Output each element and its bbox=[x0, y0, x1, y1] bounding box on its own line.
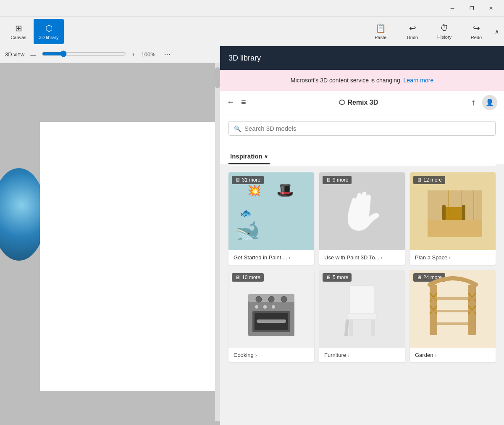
thumb-6: 🖥 24 more bbox=[410, 270, 496, 348]
label-4: Cooking › bbox=[228, 348, 314, 362]
label-5: Furniture › bbox=[319, 348, 405, 362]
svg-rect-36 bbox=[430, 322, 476, 325]
zoom-level: 100% bbox=[141, 51, 158, 58]
banner-link[interactable]: Learn more bbox=[404, 77, 434, 84]
hand-emoji: ✋ bbox=[335, 185, 389, 237]
svg-rect-34 bbox=[430, 297, 476, 300]
tab-3d-library[interactable]: ⬡ 3D library bbox=[34, 19, 64, 44]
search-icon: 🔍 bbox=[234, 125, 241, 132]
zoom-out-button[interactable]: — bbox=[28, 50, 39, 59]
grid-item-5[interactable]: 🖥 5 more bbox=[319, 270, 405, 362]
thumb-5: 🖥 5 more bbox=[319, 270, 405, 348]
thumb-1: 🖥 31 more 💥 🎩 🐟 🐋 bbox=[228, 172, 314, 250]
canvas-white-area bbox=[40, 122, 216, 391]
search-container: 🔍 bbox=[220, 114, 504, 143]
canvas-more-button[interactable]: ··· bbox=[161, 49, 173, 60]
redo-button[interactable]: ↪ Redo bbox=[461, 19, 491, 44]
whale-emoji: 🐋 bbox=[235, 219, 260, 243]
library-label: 3D library bbox=[39, 35, 58, 40]
canvas-label: Canvas bbox=[10, 35, 26, 40]
svg-rect-21 bbox=[349, 319, 353, 336]
grid-item-6[interactable]: 🖥 24 more bbox=[410, 270, 496, 362]
canvas-view-label: 3D view bbox=[5, 51, 24, 58]
chevron-right-6: › bbox=[435, 353, 436, 358]
chevron-right-5: › bbox=[348, 353, 349, 358]
upload-button[interactable]: ↑ bbox=[471, 98, 475, 107]
library-icon: ⬡ bbox=[45, 23, 52, 33]
trellis-svg bbox=[425, 276, 480, 341]
paste-button[interactable]: 📋 Paste bbox=[365, 19, 396, 44]
label-1: Get Started in Paint ... › bbox=[228, 250, 314, 265]
svg-rect-23 bbox=[344, 319, 349, 336]
grid-item-2[interactable]: 🖥 9 more ✋ Use with Paint 3D To... › bbox=[319, 172, 405, 265]
chevron-right-1: › bbox=[289, 255, 291, 260]
chair-svg bbox=[337, 277, 387, 341]
svg-rect-0 bbox=[428, 220, 482, 237]
stove-model bbox=[228, 270, 314, 348]
user-avatar[interactable]: 👤 bbox=[482, 95, 497, 110]
canvas-scrollbar-thumb bbox=[215, 67, 220, 88]
search-input[interactable] bbox=[244, 125, 490, 132]
thumb-2: 🖥 9 more ✋ bbox=[319, 172, 405, 250]
inspiration-tabs: Inspiration ∨ bbox=[220, 143, 504, 164]
panel-banner: Microsoft's 3D content service is changi… bbox=[220, 70, 504, 91]
svg-point-17 bbox=[272, 305, 275, 309]
svg-point-13 bbox=[268, 296, 274, 302]
svg-rect-3 bbox=[442, 205, 446, 220]
zoom-in-button[interactable]: + bbox=[129, 50, 138, 59]
redo-icon: ↪ bbox=[473, 23, 480, 33]
chevron-right-2: › bbox=[381, 255, 383, 260]
stove-svg bbox=[242, 277, 301, 341]
room-model bbox=[410, 172, 496, 250]
canvas-area bbox=[0, 63, 220, 425]
maximize-button[interactable]: ❐ bbox=[462, 2, 481, 15]
fish-emoji: 🐟 bbox=[240, 208, 252, 219]
toolbar-right: 📋 Paste ↩ Undo ⏱ History ↪ Redo ∧ bbox=[365, 19, 501, 44]
svg-point-14 bbox=[281, 296, 287, 302]
close-button[interactable]: ✕ bbox=[481, 2, 501, 15]
nav-title: ⬡ Remix 3D bbox=[253, 98, 465, 106]
remix3d-icon: ⬡ bbox=[339, 98, 345, 106]
label-2: Use with Paint 3D To... › bbox=[319, 250, 405, 265]
toolbar-expand-button[interactable]: ∧ bbox=[493, 26, 501, 37]
svg-point-16 bbox=[263, 305, 267, 309]
inspiration-tab[interactable]: Inspiration ∨ bbox=[228, 149, 270, 164]
chevron-right-4: › bbox=[255, 353, 257, 358]
3d-library-panel: 3D library Microsoft's 3D content servic… bbox=[220, 46, 504, 425]
label-6: Garden › bbox=[410, 348, 496, 362]
zoom-slider-container bbox=[42, 50, 126, 59]
window-controls: ─ ❐ ✕ bbox=[443, 2, 501, 15]
grid-item-4[interactable]: 🖥 10 more bbox=[228, 270, 314, 362]
panel-title: 3D library bbox=[228, 54, 261, 63]
thumb-3: 🖥 12 more bbox=[410, 172, 496, 250]
canvas-globe bbox=[0, 168, 46, 261]
svg-rect-22 bbox=[371, 319, 375, 336]
banner-text: Microsoft's 3D content service is changi… bbox=[291, 77, 402, 84]
zoom-slider[interactable] bbox=[42, 50, 126, 57]
svg-rect-35 bbox=[430, 310, 476, 312]
title-bar: ─ ❐ ✕ bbox=[0, 0, 504, 17]
search-box: 🔍 bbox=[228, 121, 496, 136]
undo-button[interactable]: ↩ Undo bbox=[397, 19, 428, 44]
minimize-button[interactable]: ─ bbox=[443, 2, 462, 15]
nav-back-button[interactable]: ← bbox=[227, 98, 234, 107]
canvas-icon: ⊞ bbox=[15, 23, 22, 33]
grid-area: 🖥 31 more 💥 🎩 🐟 🐋 bbox=[220, 166, 504, 369]
inspiration-chevron: ∨ bbox=[264, 153, 268, 159]
undo-icon: ↩ bbox=[409, 23, 416, 33]
paste-icon: 📋 bbox=[375, 23, 386, 33]
canvas-scrollbar[interactable] bbox=[215, 63, 220, 421]
nav-menu-button[interactable]: ≡ bbox=[241, 98, 246, 107]
grid-item-3[interactable]: 🖥 12 more bbox=[410, 172, 496, 265]
svg-rect-18 bbox=[257, 319, 286, 323]
history-button[interactable]: ⏱ History bbox=[429, 19, 459, 44]
spark-emoji: 💥 bbox=[247, 184, 261, 197]
panel-nav: ← ≡ ⬡ Remix 3D ↑ 👤 bbox=[220, 91, 504, 114]
tab-canvas[interactable]: ⊞ Canvas bbox=[3, 19, 34, 44]
grid-item-1[interactable]: 🖥 31 more 💥 🎩 🐟 🐋 bbox=[228, 172, 314, 265]
svg-rect-4 bbox=[462, 205, 465, 220]
panel-header: 3D library bbox=[220, 46, 504, 70]
content-area[interactable]: Inspiration ∨ 🖥 31 more 💥 bbox=[220, 143, 504, 425]
chair-model bbox=[319, 270, 405, 348]
model-grid: 🖥 31 more 💥 🎩 🐟 🐋 bbox=[228, 172, 496, 362]
